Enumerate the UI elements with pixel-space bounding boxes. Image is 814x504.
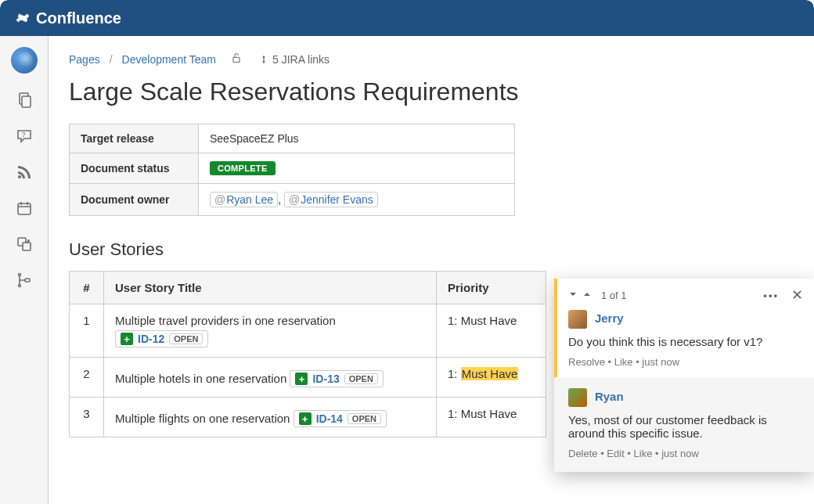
- page-tree-icon[interactable]: [15, 271, 34, 290]
- status-badge: COMPLETE: [210, 161, 276, 175]
- prop-owner-label: Document owner: [70, 184, 199, 216]
- inline-comments-panel: 1 of 1 ••• ✕ Jerry Do you think this is …: [554, 279, 814, 472]
- table-row: 1Multiple travel providers in one reserv…: [70, 304, 546, 358]
- comment-more-icon[interactable]: •••: [763, 290, 779, 301]
- restrictions-unlock-icon[interactable]: [230, 52, 243, 67]
- user-stories-table: # User Story Title Priority 1Multiple tr…: [69, 271, 546, 437]
- prop-target-release-label: Target release: [70, 124, 199, 153]
- svg-point-3: [18, 175, 21, 178]
- mention-ryan-lee[interactable]: @Ryan Lee: [210, 192, 278, 207]
- properties-table: Target release SeeSpaceEZ Plus Document …: [69, 124, 515, 216]
- breadcrumb: Pages / Development Team 5 JIRA links: [69, 52, 794, 67]
- comment-next-icon[interactable]: [568, 290, 578, 301]
- comment-actions[interactable]: Delete • Edit • Like • just now: [568, 448, 803, 459]
- row-number: 2: [70, 358, 104, 398]
- top-bar: Confluence: [0, 0, 814, 36]
- row-title: Multiple flights on one reservation +ID-…: [104, 398, 437, 437]
- prop-owner-value: @Ryan Lee, @Jennifer Evans: [199, 184, 515, 216]
- avatar: [568, 310, 587, 329]
- svg-rect-4: [18, 203, 31, 214]
- comment-author[interactable]: Jerry: [595, 311, 624, 325]
- shortcuts-icon[interactable]: [15, 235, 34, 254]
- breadcrumb-space[interactable]: Development Team: [122, 53, 216, 66]
- calendar-icon[interactable]: [15, 199, 34, 218]
- row-priority: 1: Must Have: [437, 304, 546, 358]
- page-title: Large Scale Reservations Requirements: [69, 77, 794, 106]
- jira-issue-link[interactable]: +ID-13OPEN: [290, 370, 383, 387]
- row-title: Multiple hotels in one reservation +ID-1…: [104, 358, 437, 398]
- prop-status-label: Document status: [70, 153, 199, 184]
- svg-rect-9: [23, 243, 31, 250]
- questions-icon[interactable]: ?: [15, 127, 34, 146]
- mention-jennifer-evans[interactable]: @Jennifer Evans: [284, 192, 378, 207]
- jira-link-icon: [258, 54, 269, 65]
- row-number: 3: [70, 398, 104, 437]
- pages-icon[interactable]: [15, 91, 34, 110]
- comment-body: Do you think this is necessary for v1?: [568, 335, 803, 348]
- jira-issue-link[interactable]: +ID-12OPEN: [115, 330, 208, 347]
- brand-name: Confluence: [36, 9, 121, 27]
- prop-target-release-value: SeeSpaceEZ Plus: [199, 124, 515, 153]
- svg-text:?: ?: [21, 131, 25, 139]
- comment-body: Yes, most of our customer feedback is ar…: [568, 413, 803, 440]
- col-priority: Priority: [437, 272, 546, 304]
- row-number: 1: [70, 304, 104, 358]
- comment-close-icon[interactable]: ✕: [791, 288, 803, 302]
- table-row: 2Multiple hotels in one reservation +ID-…: [70, 358, 546, 398]
- table-row: 3Multiple flights on one reservation +ID…: [70, 398, 546, 437]
- row-title: Multiple travel providers in one reserva…: [104, 304, 437, 358]
- left-sidebar: ?: [0, 36, 49, 504]
- jira-create-icon: +: [299, 412, 312, 425]
- jira-create-icon: +: [295, 373, 308, 385]
- breadcrumb-pages[interactable]: Pages: [69, 53, 100, 66]
- comment-author[interactable]: Ryan: [595, 390, 624, 403]
- row-priority: 1: Must Have: [437, 398, 546, 437]
- svg-rect-13: [233, 57, 240, 62]
- svg-rect-12: [25, 279, 30, 282]
- page-content: Pages / Development Team 5 JIRA links La…: [49, 36, 814, 504]
- rss-icon[interactable]: [15, 163, 34, 182]
- comment-prev-icon[interactable]: [582, 290, 592, 301]
- comment-counter: 1 of 1: [601, 290, 627, 301]
- jira-issue-link[interactable]: +ID-14OPEN: [294, 410, 387, 427]
- confluence-icon: [14, 9, 31, 27]
- comment-reply: Ryan Yes, most of our customer feedback …: [554, 377, 814, 472]
- comment-actions[interactable]: Resolve • Like • just now: [568, 356, 803, 368]
- user-stories-heading: User Stories: [69, 239, 794, 260]
- space-avatar-icon[interactable]: [11, 47, 38, 74]
- jira-create-icon: +: [121, 333, 133, 345]
- col-title: User Story Title: [104, 272, 437, 304]
- row-priority: 1: Must Have: [437, 358, 546, 398]
- jira-links[interactable]: 5 JIRA links: [258, 53, 330, 66]
- col-number: #: [70, 272, 104, 304]
- confluence-logo[interactable]: Confluence: [14, 9, 121, 27]
- svg-rect-1: [22, 96, 31, 107]
- avatar: [568, 388, 587, 407]
